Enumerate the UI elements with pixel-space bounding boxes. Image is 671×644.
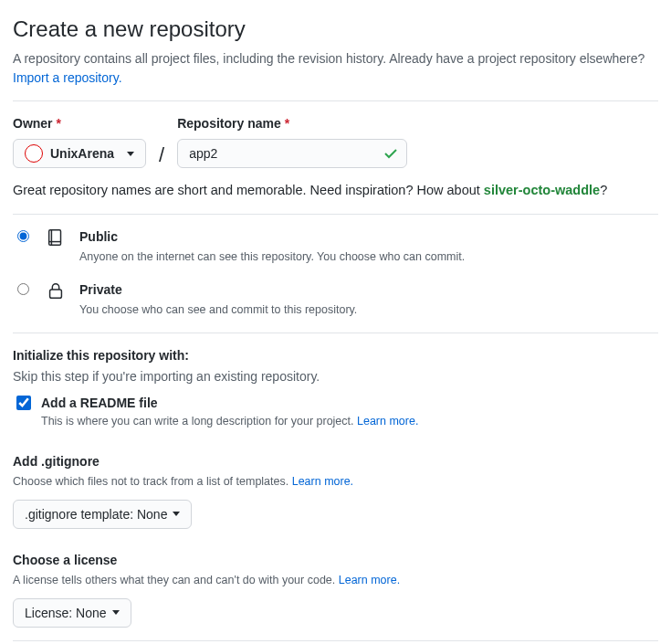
license-learn-more-link[interactable]: Learn more. <box>339 574 400 586</box>
lock-icon <box>43 280 68 301</box>
import-repository-link[interactable]: Import a repository. <box>13 70 122 85</box>
owner-value: UnixArena <box>50 146 114 161</box>
gitignore-desc: Choose which files not to track from a l… <box>13 473 658 491</box>
caret-down-icon <box>127 152 134 156</box>
initialize-heading: Initialize this repository with: <box>13 346 658 365</box>
caret-down-icon <box>173 512 180 516</box>
readme-learn-more-link[interactable]: Learn more. <box>357 415 418 428</box>
divider <box>13 100 658 101</box>
initialize-skip: Skip this step if you're importing an ex… <box>13 367 658 386</box>
owner-select[interactable]: UnixArena <box>13 139 146 168</box>
divider <box>13 333 658 333</box>
gitignore-select[interactable]: .gitignore template: None <box>13 500 192 529</box>
readme-desc: This is where you can write a long descr… <box>41 413 418 430</box>
owner-avatar <box>25 144 43 163</box>
repo-name-label: Repository name * <box>177 114 407 133</box>
license-heading: Choose a license <box>13 551 658 570</box>
visibility-private-radio[interactable] <box>17 283 29 295</box>
divider <box>13 214 658 215</box>
visibility-public-radio[interactable] <box>17 230 29 242</box>
readme-label: Add a README file <box>41 394 418 413</box>
check-icon <box>383 146 398 166</box>
suggestion-link[interactable]: silver-octo-waddle <box>484 183 600 197</box>
page-title: Create a new repository <box>13 13 658 46</box>
repo-icon <box>43 227 68 248</box>
svg-rect-1 <box>50 290 62 298</box>
name-hint: Great repository names are short and mem… <box>13 181 658 201</box>
gitignore-heading: Add .gitignore <box>13 452 658 471</box>
license-desc: A license tells others what they can and… <box>13 572 658 589</box>
svg-rect-0 <box>49 230 61 246</box>
owner-label: Owner * <box>13 114 146 133</box>
visibility-public-title: Public <box>79 227 465 247</box>
gitignore-learn-more-link[interactable]: Learn more. <box>292 475 353 488</box>
readme-checkbox[interactable] <box>16 396 31 410</box>
caret-down-icon <box>112 610 120 615</box>
license-select[interactable]: License: None <box>13 598 131 628</box>
page-subtitle: A repository contains all project files,… <box>13 49 658 88</box>
visibility-private-title: Private <box>79 280 357 300</box>
visibility-public-desc: Anyone on the internet can see this repo… <box>79 248 465 266</box>
divider <box>13 640 658 641</box>
repo-name-input[interactable] <box>177 139 407 168</box>
slash: / <box>159 114 164 170</box>
visibility-private-desc: You choose who can see and commit to thi… <box>79 301 357 319</box>
